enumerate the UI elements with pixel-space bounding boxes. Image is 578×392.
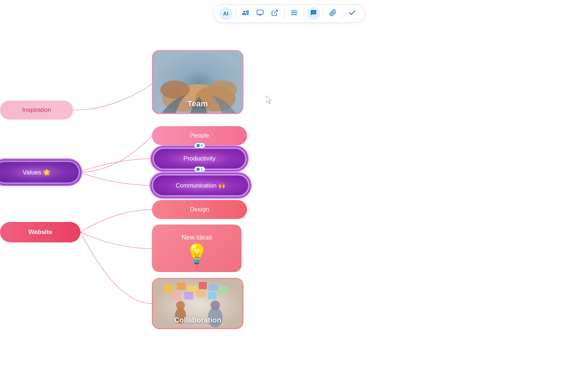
svg-rect-26 bbox=[184, 292, 193, 299]
collaboration-image: Collaboration bbox=[153, 279, 242, 328]
attach-icon bbox=[329, 9, 336, 18]
svg-rect-27 bbox=[196, 290, 206, 297]
team-image: Team bbox=[153, 51, 242, 113]
comment-icon bbox=[310, 9, 317, 18]
presentation-icon bbox=[256, 9, 264, 18]
check-icon bbox=[348, 9, 356, 19]
divider-2 bbox=[284, 8, 284, 19]
svg-rect-19 bbox=[164, 284, 174, 293]
comment-button[interactable] bbox=[307, 7, 320, 20]
productivity-badge-count: 1 bbox=[201, 167, 203, 172]
productivity-badge: 1 bbox=[194, 166, 205, 172]
svg-rect-24 bbox=[219, 286, 228, 293]
svg-point-10 bbox=[313, 12, 314, 12]
svg-rect-22 bbox=[199, 282, 207, 289]
add-user-icon bbox=[242, 9, 249, 18]
productivity-label: Productivity bbox=[183, 155, 216, 162]
collaboration-label: Collaboration bbox=[153, 316, 242, 324]
website-node[interactable]: Website bbox=[0, 222, 81, 242]
communication-node[interactable]: Communication 🙌 bbox=[153, 176, 248, 195]
svg-rect-23 bbox=[209, 284, 218, 291]
svg-point-30 bbox=[176, 301, 185, 310]
svg-rect-21 bbox=[188, 286, 197, 293]
presentation-button[interactable] bbox=[253, 7, 266, 20]
team-node[interactable]: Team bbox=[152, 50, 243, 114]
add-user-button[interactable] bbox=[239, 7, 252, 20]
design-label: Design bbox=[190, 206, 209, 213]
ai-button[interactable]: AI bbox=[219, 7, 232, 20]
export-icon bbox=[271, 9, 278, 18]
badge-dot bbox=[197, 144, 199, 147]
svg-rect-3 bbox=[257, 10, 263, 14]
team-label: Team bbox=[153, 99, 242, 109]
values-label: Values 🌟 bbox=[23, 169, 51, 176]
attach-button[interactable] bbox=[326, 7, 339, 20]
divider-5 bbox=[342, 8, 343, 19]
svg-point-9 bbox=[312, 12, 313, 12]
newideas-node[interactable]: New ideas 💡 bbox=[152, 225, 242, 272]
toolbar: AI bbox=[213, 4, 365, 23]
ai-icon: AI bbox=[223, 11, 229, 16]
svg-point-32 bbox=[210, 301, 220, 310]
people-badge: 4 bbox=[194, 143, 205, 148]
divider-3 bbox=[303, 8, 304, 19]
svg-point-17 bbox=[208, 80, 237, 99]
svg-point-11 bbox=[314, 12, 315, 12]
menu-button[interactable] bbox=[287, 7, 301, 20]
bulb-icon: 💡 bbox=[185, 244, 209, 263]
prod-badge-dot bbox=[197, 168, 199, 171]
productivity-node[interactable]: Productivity bbox=[154, 149, 245, 169]
communication-label: Communication 🙌 bbox=[176, 182, 225, 189]
svg-rect-20 bbox=[177, 283, 186, 290]
people-label: People bbox=[190, 132, 209, 139]
svg-point-16 bbox=[160, 80, 190, 99]
export-button[interactable] bbox=[268, 7, 281, 20]
svg-rect-28 bbox=[208, 292, 216, 299]
divider-1 bbox=[235, 8, 236, 19]
menu-icon bbox=[290, 9, 298, 18]
inspiration-node[interactable]: Inspiration bbox=[0, 101, 73, 120]
newideas-label: New ideas bbox=[181, 234, 212, 241]
collaboration-node[interactable]: Collaboration bbox=[152, 278, 243, 329]
design-node[interactable]: Design bbox=[152, 200, 247, 219]
divider-4 bbox=[323, 8, 323, 19]
people-badge-count: 4 bbox=[201, 143, 203, 148]
svg-rect-25 bbox=[171, 293, 181, 300]
svg-line-5 bbox=[274, 10, 277, 13]
done-button[interactable] bbox=[346, 7, 359, 20]
mouse-cursor bbox=[266, 95, 273, 104]
website-label: Website bbox=[29, 229, 52, 236]
inspiration-label: Inspiration bbox=[22, 106, 51, 114]
values-node[interactable]: Values 🌟 bbox=[0, 162, 79, 182]
